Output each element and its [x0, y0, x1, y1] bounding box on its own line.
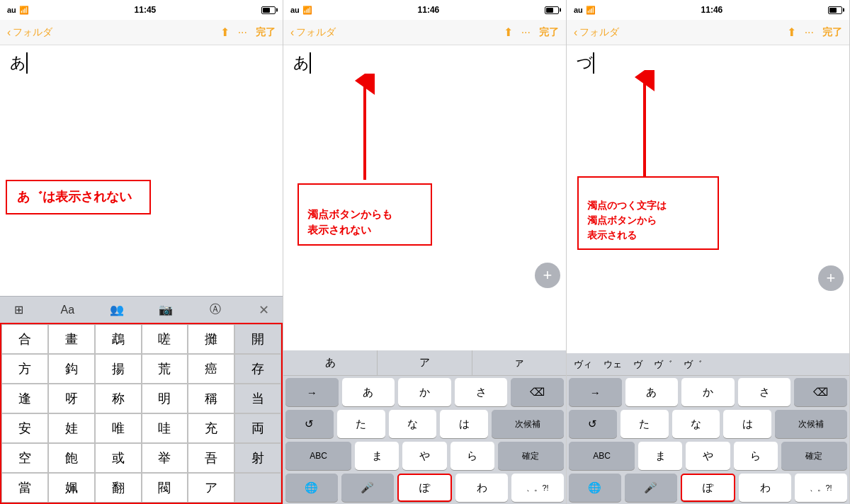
- kb-key-arrow[interactable]: →: [285, 378, 339, 406]
- kb-key-wa-3[interactable]: わ: [739, 474, 791, 502]
- dak-item[interactable]: ヴ: [630, 357, 645, 372]
- kanji-cell[interactable]: 揚: [95, 354, 142, 384]
- kanji-cell[interactable]: 方: [1, 354, 48, 384]
- kb-key-na-3[interactable]: な: [672, 410, 720, 438]
- kb-font-icon[interactable]: Aa: [55, 299, 80, 321]
- kanji-cell[interactable]: 吾: [188, 443, 234, 473]
- kb-key-dakuten[interactable]: ぽ: [397, 474, 453, 502]
- candidate-item[interactable]: ァ: [472, 350, 566, 375]
- more-icon-3[interactable]: ···: [805, 26, 814, 39]
- kb-people-icon[interactable]: 👥: [104, 299, 130, 321]
- kanji-cell[interactable]: 両: [234, 413, 281, 443]
- kb-table-icon[interactable]: ⊞: [6, 299, 31, 321]
- kanji-cell[interactable]: 称: [95, 384, 142, 413]
- kanji-cell[interactable]: 癌: [188, 354, 234, 384]
- kb-key-a-3[interactable]: あ: [625, 378, 679, 406]
- candidate-item[interactable]: あ: [283, 350, 378, 375]
- kb-key-a[interactable]: あ: [342, 378, 395, 406]
- kb-key-globe-3[interactable]: 🌐: [569, 474, 621, 502]
- kb-key-wa[interactable]: わ: [455, 474, 508, 502]
- dak-item[interactable]: ヴィ: [571, 357, 595, 372]
- kb-key-globe[interactable]: 🌐: [285, 474, 338, 502]
- back-button-1[interactable]: ‹ フォルダ: [7, 26, 52, 39]
- kb-key-ta[interactable]: た: [337, 410, 385, 438]
- kanji-cell[interactable]: 翻: [95, 473, 142, 503]
- share-icon-2[interactable]: ⬆: [504, 25, 513, 39]
- dak-item[interactable]: ヴ゛: [681, 357, 705, 372]
- kanji-cell[interactable]: 空: [1, 443, 48, 473]
- kb-circle-a-icon[interactable]: Ⓐ: [203, 299, 228, 321]
- kanji-cell[interactable]: 荒: [142, 354, 188, 384]
- kanji-cell[interactable]: 攤: [188, 324, 234, 354]
- kanji-cell[interactable]: 嗟: [142, 324, 188, 354]
- kanji-cell[interactable]: 当: [234, 384, 281, 413]
- kanji-cell[interactable]: 呀: [48, 384, 95, 413]
- kb-key-na[interactable]: な: [389, 410, 437, 438]
- kb-key-ma-3[interactable]: ま: [638, 442, 682, 470]
- kb-key-ra[interactable]: ら: [450, 442, 494, 470]
- kanji-cell[interactable]: 逢: [1, 384, 48, 413]
- plus-button-3[interactable]: +: [818, 265, 844, 291]
- kb-key-sa[interactable]: さ: [455, 378, 508, 406]
- kb-key-ta-3[interactable]: た: [620, 410, 669, 438]
- kanji-cell[interactable]: 或: [95, 443, 142, 473]
- kb-key-ka[interactable]: か: [398, 378, 451, 406]
- kb-key-next-candidate-3[interactable]: 次候補: [775, 410, 847, 438]
- kanji-cell[interactable]: 稱: [188, 384, 234, 413]
- kanji-cell[interactable]: 姵: [48, 473, 95, 503]
- more-icon-1[interactable]: ···: [238, 26, 247, 39]
- candidate-item[interactable]: ア: [378, 350, 472, 375]
- kb-key-abc[interactable]: ABC: [285, 442, 351, 470]
- kb-camera-icon[interactable]: 📷: [153, 299, 178, 321]
- kb-key-abc-3[interactable]: ABC: [569, 442, 635, 470]
- done-button-3[interactable]: 完了: [822, 26, 842, 39]
- kb-key-ka-3[interactable]: か: [681, 378, 735, 406]
- kanji-cell[interactable]: 明: [142, 384, 188, 413]
- kanji-cell-expand[interactable]: 開: [234, 324, 281, 354]
- kb-key-sa-3[interactable]: さ: [738, 378, 791, 406]
- kanji-cell[interactable]: 娃: [48, 413, 95, 443]
- kb-key-dakuten-3[interactable]: ぽ: [681, 474, 736, 502]
- kb-key-mic[interactable]: 🎤: [341, 474, 394, 502]
- kb-key-ma[interactable]: ま: [355, 442, 399, 470]
- kb-key-punct[interactable]: 、。?!: [511, 474, 564, 502]
- kanji-cell[interactable]: 存: [234, 354, 281, 384]
- kanji-cell[interactable]: ア: [188, 473, 234, 503]
- kb-key-undo[interactable]: ↺: [285, 410, 334, 438]
- kanji-cell[interactable]: 鈎: [48, 354, 95, 384]
- back-button-3[interactable]: ‹ フォルダ: [574, 26, 619, 39]
- kb-key-confirm-3[interactable]: 確定: [781, 442, 847, 470]
- kb-key-next-candidate[interactable]: 次候補: [492, 410, 564, 438]
- kb-key-ha[interactable]: は: [440, 410, 488, 438]
- kanji-cell[interactable]: 閥: [142, 473, 188, 503]
- kanji-cell[interactable]: 飽: [48, 443, 95, 473]
- kanji-cell[interactable]: 鵡: [95, 324, 142, 354]
- kanji-cell[interactable]: 举: [142, 443, 188, 473]
- kb-key-punct-3[interactable]: 、。?!: [795, 474, 847, 502]
- more-icon-2[interactable]: ···: [521, 26, 531, 39]
- plus-button-2[interactable]: +: [535, 263, 560, 288]
- kanji-cell[interactable]: 安: [1, 413, 48, 443]
- kb-key-confirm[interactable]: 確定: [498, 442, 564, 470]
- kb-key-ra-3[interactable]: ら: [734, 442, 778, 470]
- kanji-cell[interactable]: 合: [1, 324, 48, 354]
- kb-key-ha-3[interactable]: は: [723, 410, 771, 438]
- share-icon-1[interactable]: ⬆: [220, 25, 230, 39]
- kb-close-icon[interactable]: ✕: [251, 299, 277, 321]
- kb-key-delete[interactable]: ⌫: [511, 378, 564, 406]
- kb-key-delete-3[interactable]: ⌫: [794, 378, 847, 406]
- kb-key-ya[interactable]: や: [402, 442, 446, 470]
- kanji-cell[interactable]: 充: [188, 413, 234, 443]
- kanji-cell[interactable]: 當: [1, 473, 48, 503]
- done-button-1[interactable]: 完了: [256, 26, 276, 39]
- kb-key-undo-3[interactable]: ↺: [569, 410, 617, 438]
- kb-key-mic-3[interactable]: 🎤: [625, 474, 677, 502]
- kanji-cell[interactable]: 唯: [95, 413, 142, 443]
- kb-key-arrow-3[interactable]: →: [569, 378, 622, 406]
- dak-item[interactable]: ウェ: [601, 357, 625, 372]
- kb-key-ya-3[interactable]: や: [686, 442, 730, 470]
- done-button-2[interactable]: 完了: [539, 26, 559, 39]
- kanji-cell[interactable]: 哇: [142, 413, 188, 443]
- dak-item[interactable]: ヴ゛: [651, 357, 675, 372]
- kanji-cell[interactable]: 射: [234, 443, 281, 473]
